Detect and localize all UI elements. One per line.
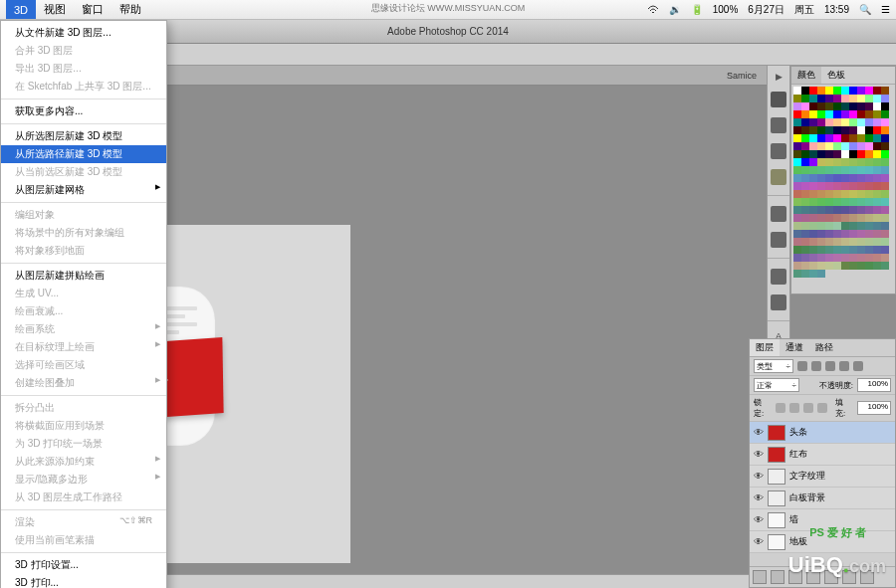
swatch[interactable] [801, 102, 809, 110]
swatch[interactable] [809, 270, 817, 278]
swatch[interactable] [849, 214, 857, 222]
swatch[interactable] [841, 166, 849, 174]
swatch[interactable] [849, 110, 857, 118]
swatch[interactable] [873, 230, 881, 238]
swatch[interactable] [825, 262, 833, 270]
swatch[interactable] [865, 87, 873, 95]
swatch[interactable] [809, 222, 817, 230]
swatch[interactable] [825, 174, 833, 182]
swatch[interactable] [793, 110, 801, 118]
swatch[interactable] [841, 87, 849, 95]
swatch[interactable] [833, 142, 841, 150]
swatch[interactable] [809, 166, 817, 174]
menu-item[interactable]: 3D 打印... [1, 574, 166, 588]
swatch[interactable] [849, 206, 857, 214]
swatch[interactable] [849, 166, 857, 174]
swatch[interactable] [881, 230, 889, 238]
blend-mode-select[interactable]: 正常÷ [754, 378, 799, 392]
menu-item[interactable]: 3D 打印设置... [1, 556, 166, 574]
swatch[interactable] [849, 230, 857, 238]
swatch[interactable] [857, 150, 865, 158]
swatch[interactable] [881, 110, 889, 118]
char-icon[interactable] [771, 269, 786, 285]
swatch[interactable] [801, 246, 809, 254]
swatch[interactable] [817, 254, 825, 262]
swatch[interactable] [849, 198, 857, 206]
clone-icon[interactable] [771, 143, 786, 159]
swatch[interactable] [793, 174, 801, 182]
visibility-icon[interactable]: 👁 [750, 427, 768, 438]
nav-icon[interactable] [771, 169, 786, 185]
swatch[interactable] [881, 126, 889, 134]
menu-help[interactable]: 帮助 [112, 0, 149, 19]
swatch[interactable] [841, 198, 849, 206]
swatch[interactable] [801, 118, 809, 126]
swatch[interactable] [809, 158, 817, 166]
swatch[interactable] [825, 206, 833, 214]
swatch[interactable] [809, 150, 817, 158]
swatch[interactable] [833, 110, 841, 118]
swatch[interactable] [825, 110, 833, 118]
swatch[interactable] [817, 110, 825, 118]
swatch[interactable] [881, 190, 889, 198]
swatch[interactable] [793, 166, 801, 174]
document-tab[interactable]: Samice [727, 71, 757, 81]
swatch[interactable] [825, 95, 833, 102]
swatch[interactable] [881, 246, 889, 254]
swatch[interactable] [809, 214, 817, 222]
swatch[interactable] [841, 190, 849, 198]
link-layers-icon[interactable] [753, 570, 767, 584]
swatch[interactable] [801, 214, 809, 222]
swatch[interactable] [833, 87, 841, 95]
swatch[interactable] [865, 158, 873, 166]
swatch[interactable] [825, 198, 833, 206]
swatch[interactable] [841, 126, 849, 134]
swatch[interactable] [809, 102, 817, 110]
swatch[interactable] [865, 110, 873, 118]
swatch[interactable] [809, 174, 817, 182]
swatch[interactable] [817, 102, 825, 110]
swatch[interactable] [809, 134, 817, 142]
swatch[interactable] [833, 198, 841, 206]
swatch[interactable] [857, 254, 865, 262]
swatch[interactable] [865, 166, 873, 174]
swatch[interactable] [857, 166, 865, 174]
swatch[interactable] [825, 166, 833, 174]
swatch[interactable] [881, 206, 889, 214]
swatch[interactable] [857, 110, 865, 118]
swatch[interactable] [849, 142, 857, 150]
swatch[interactable] [817, 246, 825, 254]
swatch[interactable] [881, 198, 889, 206]
swatch[interactable] [793, 222, 801, 230]
menu-item[interactable]: 从所选图层新建 3D 模型 [1, 127, 166, 145]
swatch[interactable] [865, 254, 873, 262]
swatch[interactable] [801, 150, 809, 158]
swatch[interactable] [881, 222, 889, 230]
swatch[interactable] [817, 270, 825, 278]
swatch[interactable] [817, 190, 825, 198]
swatch[interactable] [865, 142, 873, 150]
swatch[interactable] [849, 222, 857, 230]
fill-input[interactable]: 100% [857, 401, 891, 415]
swatch[interactable] [865, 238, 873, 246]
swatch[interactable] [857, 262, 865, 270]
swatch[interactable] [833, 254, 841, 262]
swatch[interactable] [841, 158, 849, 166]
swatch[interactable] [825, 126, 833, 134]
swatch[interactable] [873, 262, 881, 270]
swatch[interactable] [793, 246, 801, 254]
layer-fx-icon[interactable] [771, 570, 784, 584]
swatch[interactable] [809, 246, 817, 254]
swatch[interactable] [825, 254, 833, 262]
swatch[interactable] [857, 190, 865, 198]
layer-row[interactable]: 👁白板背景 [750, 488, 895, 509]
lock-position-icon[interactable] [803, 403, 813, 413]
swatch[interactable] [841, 110, 849, 118]
swatch[interactable] [881, 87, 889, 95]
swatch[interactable] [825, 246, 833, 254]
swatch[interactable] [873, 142, 881, 150]
swatch[interactable] [793, 87, 801, 95]
swatch[interactable] [793, 142, 801, 150]
swatch[interactable] [833, 118, 841, 126]
swatch[interactable] [833, 238, 841, 246]
